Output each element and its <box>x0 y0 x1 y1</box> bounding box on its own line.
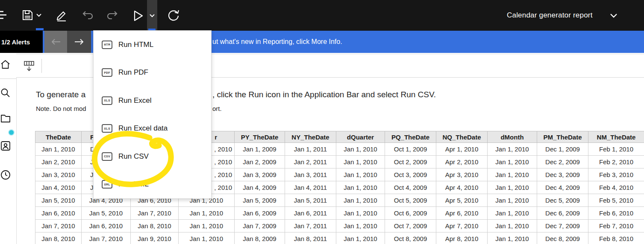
report-title-chevron-icon[interactable] <box>610 13 618 18</box>
table-cell: Apr 5, 2010 <box>436 194 488 207</box>
application-toolbar: Calendar generator report <box>0 0 644 31</box>
contacts-icon[interactable] <box>0 141 11 153</box>
search-icon[interactable] <box>0 88 10 99</box>
save-dropdown-chevron-icon[interactable] <box>36 13 42 17</box>
table-cell: Dec 5, 2009 <box>537 194 588 207</box>
table-cell: Jan 9, 2010 <box>131 232 179 244</box>
table-header-cell: dMonth <box>488 131 537 143</box>
menu-item-run-html[interactable]: HTMRun HTML <box>94 31 211 59</box>
table-header-cell: PQ_TheDate <box>385 131 436 143</box>
redo-icon[interactable] <box>106 11 118 20</box>
table-cell: Jan 1, 2010 <box>488 156 537 168</box>
table-cell: Oct 5, 2009 <box>385 194 436 207</box>
table-cell: Jan 1, 2010 <box>179 207 235 220</box>
table-cell: Jan 1, 2010 <box>336 220 385 232</box>
table-cell: Jan 1, 2010 <box>35 143 82 156</box>
table-cell: Jan 1, 2010 <box>336 232 385 244</box>
table-cell: Jan 6, 2011 <box>285 207 336 220</box>
table-cell: Jan 2, 2010 <box>35 156 82 168</box>
table-header-cell: NY_TheDate <box>285 131 336 143</box>
table-cell: Jan 1, 2010 <box>488 194 537 207</box>
undo-icon[interactable] <box>82 11 94 20</box>
home-icon[interactable] <box>0 60 10 71</box>
table-cell: Jan 7, 2010 <box>35 220 82 232</box>
pdf-format-icon: PDF <box>102 68 112 77</box>
table-cell: Oct 8, 2009 <box>385 232 436 244</box>
table-cell: Apr 2, 2010 <box>436 156 488 168</box>
table-cell: Jan 7, 2010 <box>131 207 179 220</box>
menu-item-run-pdf[interactable]: PDFRun PDF <box>94 59 211 87</box>
table-cell: Jan 7, 2009 <box>235 220 285 232</box>
csv-format-icon: CSV <box>102 152 112 161</box>
table-header-cell: dQuarter <box>336 131 385 143</box>
table-cell: Dec 8, 2009 <box>537 232 588 244</box>
xml-format-icon: XML <box>102 180 112 189</box>
save-icon[interactable] <box>22 9 33 21</box>
previous-alert-button[interactable] <box>44 31 67 53</box>
table-cell: Oct 1, 2009 <box>385 143 436 156</box>
next-alert-button[interactable] <box>67 31 91 53</box>
sidebar-divider <box>0 78 16 79</box>
note-text-right: ort. <box>212 105 222 112</box>
table-cell: Jan 1, 2010 <box>336 194 385 207</box>
table-header-cell: NM_TheDate <box>588 131 644 143</box>
table-cell: Jan 1, 2010 <box>336 143 385 156</box>
menu-item-run-excel[interactable]: XLSRun Excel <box>94 87 211 115</box>
menu-item-label: Run XML <box>118 180 149 189</box>
coachmark-dot[interactable] <box>8 129 15 136</box>
table-cell: Jan 2, 2011 <box>285 156 336 168</box>
table-cell: Dec 2, 2009 <box>537 156 588 168</box>
table-cell: Jan 3, 2010 <box>35 168 82 181</box>
table-cell: Oct 6, 2009 <box>385 207 436 220</box>
recent-clock-icon[interactable] <box>0 170 11 182</box>
table-cell: Jan 1, 2010 <box>336 207 385 220</box>
menu-item-run-excel-data[interactable]: XLSRun Excel data <box>94 115 211 143</box>
table-cell: Feb 5, 2010 <box>588 194 644 207</box>
alerts-label: 1/2 Alerts <box>1 38 30 46</box>
table-cell: Jan 1, 2010 <box>488 143 537 156</box>
table-cell: Jan 1, 2010 <box>336 181 385 194</box>
report-title[interactable]: Calendar generator report <box>507 11 593 20</box>
menu-icon[interactable] <box>0 9 8 22</box>
table-cell: Dec 6, 2009 <box>537 207 588 220</box>
refresh-icon[interactable] <box>168 9 179 22</box>
table-header-cell: PM_TheDate <box>537 131 588 143</box>
table-cell: Jan 5, 2010 <box>82 207 131 220</box>
run-dropdown-button[interactable] <box>147 0 157 31</box>
table-cell: Jan 1, 2010 <box>488 168 537 181</box>
table-cell: Jan 3, 2009 <box>235 168 285 181</box>
edit-icon[interactable] <box>55 9 68 22</box>
table-cell: Jan 1, 2010 <box>488 220 537 232</box>
table-cell: Apr 7, 2010 <box>436 220 488 232</box>
table-cell: Jan 1, 2009 <box>235 143 285 156</box>
instruction-text-right: , click the Run icon in the Application … <box>212 90 436 99</box>
table-cell: Jan 5, 2011 <box>285 194 336 207</box>
table-cell: Dec 4, 2009 <box>537 181 588 194</box>
note-text-left: Note. Do not mod <box>36 105 86 112</box>
table-cell: Jan 5, 2009 <box>235 194 285 207</box>
run-icon[interactable] <box>133 10 144 21</box>
run-options-menu: HTMRun HTMLPDFRun PDFXLSRun ExcelXLSRun … <box>93 30 212 199</box>
table-cell: Jan 2, 2009 <box>235 156 285 168</box>
table-row: Jan 8, 2010Jan 7, 2010Jan 9, 2010Jan 1, … <box>35 232 644 244</box>
table-row: Jan 6, 2010Jan 5, 2010Jan 7, 2010Jan 1, … <box>35 207 644 220</box>
table-cell: Feb 6, 2010 <box>588 207 644 220</box>
htm-format-icon: HTM <box>102 41 112 49</box>
menu-item-label: Run CSV <box>118 152 149 161</box>
table-cell: Apr 1, 2010 <box>436 143 488 156</box>
page-header-icon[interactable] <box>24 61 35 72</box>
banner-message[interactable]: ut what's new in Reporting, click More I… <box>212 31 342 53</box>
xls-format-icon: XLS <box>102 124 112 133</box>
table-cell: Feb 7, 2010 <box>588 220 644 232</box>
table-cell: Jan 1, 2010 <box>488 181 537 194</box>
table-cell: Jan 8, 2010 <box>131 220 179 232</box>
table-cell: Jan 4, 2010 <box>35 181 82 194</box>
table-header-cell: NQ_TheDate <box>436 131 488 143</box>
menu-item-run-xml[interactable]: XMLRun XML <box>94 171 211 199</box>
folder-icon[interactable] <box>0 114 11 125</box>
table-cell: Oct 7, 2009 <box>385 220 436 232</box>
app-window: Calendar generator report 1/2 Alerts ut … <box>0 0 644 244</box>
menu-item-run-csv[interactable]: CSVRun CSV <box>94 142 211 171</box>
table-cell: Jan 7, 2010 <box>82 232 131 244</box>
table-cell: Feb 1, 2010 <box>588 143 644 156</box>
